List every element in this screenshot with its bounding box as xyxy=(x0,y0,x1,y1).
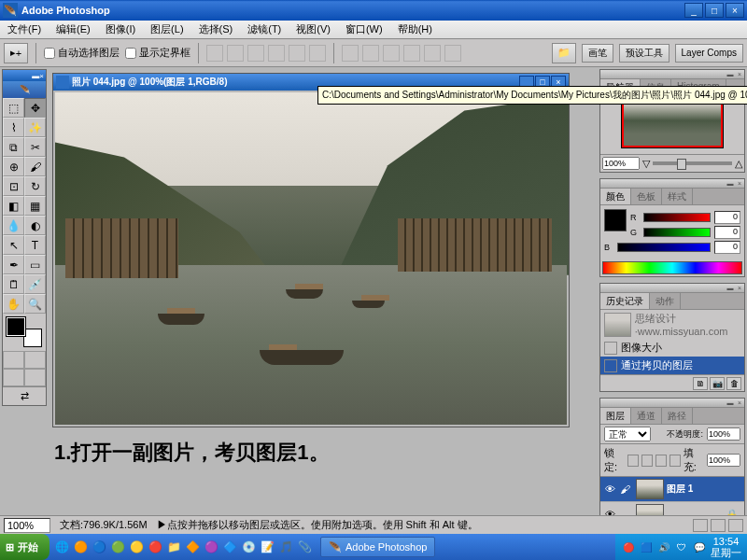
panel-header[interactable]: ▬× xyxy=(600,179,744,189)
spectrum-bar[interactable] xyxy=(602,261,742,274)
ql-icon[interactable]: 🟡 xyxy=(128,538,145,556)
link-icon[interactable]: 🖌 xyxy=(620,483,633,495)
close-button[interactable]: × xyxy=(726,3,744,18)
history-brush-tool[interactable]: ↻ xyxy=(24,176,46,196)
fill-input[interactable] xyxy=(707,454,740,467)
history-step-selected[interactable]: 通过拷贝的图层 xyxy=(600,357,744,374)
gradient-tool[interactable]: ▦ xyxy=(24,196,46,216)
b-slider[interactable] xyxy=(617,243,711,252)
menu-image[interactable]: 图像(I) xyxy=(102,21,139,38)
screen-mode-1[interactable] xyxy=(3,369,24,386)
color-swatches[interactable] xyxy=(5,315,44,349)
tray-icon[interactable]: 🔴 xyxy=(621,539,636,554)
tab-channels[interactable]: 通道 xyxy=(631,408,662,424)
zoom-out-icon[interactable]: ▽ xyxy=(642,158,650,170)
close-icon[interactable]: × xyxy=(735,71,744,78)
pen-tool[interactable]: ✒ xyxy=(3,255,24,274)
status-icon[interactable] xyxy=(693,519,708,532)
wand-tool[interactable]: ✨ xyxy=(24,118,46,137)
opacity-input[interactable] xyxy=(707,427,740,441)
crop-tool[interactable]: ⧉ xyxy=(3,137,24,157)
collapse-icon[interactable]: ▬ xyxy=(32,72,39,80)
close-icon[interactable]: × xyxy=(735,180,744,188)
marquee-tool[interactable]: ⬚ xyxy=(3,98,24,118)
new-doc-icon[interactable]: 🗎 xyxy=(693,377,708,390)
tab-color[interactable]: 颜色 xyxy=(600,189,631,204)
navigator-thumbnail[interactable] xyxy=(621,102,724,148)
zoom-tool[interactable]: 🔍 xyxy=(24,294,46,314)
ql-icon[interactable]: 🟠 xyxy=(72,538,89,556)
ql-icon[interactable]: 🔷 xyxy=(221,538,238,556)
move-tool[interactable]: ✥ xyxy=(24,98,46,118)
zoom-input[interactable] xyxy=(602,157,640,170)
ql-icon[interactable]: 📎 xyxy=(296,538,313,556)
lasso-tool[interactable]: ⌇ xyxy=(3,118,24,137)
ql-icon[interactable]: 💿 xyxy=(240,538,257,556)
lock-pos-icon[interactable] xyxy=(655,455,667,467)
collapse-icon[interactable]: ▬ xyxy=(726,71,735,78)
eraser-tool[interactable]: ◧ xyxy=(3,196,24,216)
tab-actions[interactable]: 动作 xyxy=(650,293,681,309)
zoom-in-icon[interactable]: △ xyxy=(735,158,742,170)
start-button[interactable]: ⊞ 开始 xyxy=(0,534,49,560)
trash-icon[interactable]: 🗑 xyxy=(726,377,741,390)
imageready-icon[interactable]: ⇄ xyxy=(3,386,46,405)
taskbar-item[interactable]: 🪶 Adobe Photoshop xyxy=(320,537,435,557)
tab-paths[interactable]: 路径 xyxy=(662,408,693,424)
auto-select-checkbox[interactable]: 自动选择图层 xyxy=(44,46,120,60)
type-tool[interactable]: T xyxy=(24,235,46,255)
heal-tool[interactable]: ⊕ xyxy=(3,157,24,176)
ql-icon[interactable]: 🔴 xyxy=(147,538,163,556)
lock-trans-icon[interactable] xyxy=(627,455,639,467)
standard-mode[interactable] xyxy=(3,351,24,369)
brush-tool[interactable]: 🖌 xyxy=(24,157,46,176)
path-tool[interactable]: ↖ xyxy=(3,235,24,255)
menu-filter[interactable]: 滤镜(T) xyxy=(244,21,285,38)
zoom-slider[interactable] xyxy=(653,161,732,165)
tray-icon[interactable]: 🛡 xyxy=(674,539,689,554)
shape-tool[interactable]: ▭ xyxy=(24,255,46,274)
ql-icon[interactable]: 🟢 xyxy=(109,538,126,556)
visibility-icon[interactable]: 👁 xyxy=(602,482,617,497)
notes-tool[interactable]: 🗒 xyxy=(3,274,24,294)
tray-icon[interactable]: 🔊 xyxy=(656,539,671,554)
menu-file[interactable]: 文件(F) xyxy=(4,21,45,38)
collapse-icon[interactable]: ▬ xyxy=(726,285,735,292)
ql-icon[interactable]: 🔵 xyxy=(91,538,107,556)
lock-paint-icon[interactable] xyxy=(641,455,653,467)
maximize-button[interactable]: □ xyxy=(705,3,724,18)
menu-edit[interactable]: 编辑(E) xyxy=(52,21,94,38)
ql-icon[interactable]: 🟣 xyxy=(203,538,219,556)
color-preview[interactable] xyxy=(604,209,627,231)
status-zoom[interactable]: 100% xyxy=(4,518,50,533)
history-snapshot[interactable]: 思绪设计·www.missyuan.com xyxy=(600,310,744,339)
tab-history[interactable]: 历史记录 xyxy=(600,293,650,309)
filebrowser-icon[interactable]: 📁 xyxy=(552,43,576,63)
g-value[interactable]: 0 xyxy=(714,226,740,239)
close-icon[interactable]: × xyxy=(39,72,44,80)
ql-icon[interactable]: 🎵 xyxy=(277,538,294,556)
background-color[interactable] xyxy=(23,329,42,347)
blend-mode-select[interactable]: 正常 xyxy=(604,427,651,441)
panel-header[interactable]: ▬× xyxy=(600,70,744,79)
tray-icon[interactable]: 💬 xyxy=(692,539,707,554)
tool-preset-icon[interactable]: ▸+ xyxy=(4,43,28,63)
panel-header[interactable]: ▬× xyxy=(600,284,744,293)
show-bounds-checkbox[interactable]: 显示定界框 xyxy=(125,46,190,60)
r-slider[interactable] xyxy=(643,213,711,222)
tab-swatches[interactable]: 色板 xyxy=(631,189,662,204)
panel-header[interactable]: ▬× xyxy=(600,399,744,408)
status-icon[interactable] xyxy=(728,519,743,532)
dodge-tool[interactable]: ◐ xyxy=(24,216,46,235)
collapse-icon[interactable]: ▬ xyxy=(726,399,735,407)
slice-tool[interactable]: ✂ xyxy=(24,137,46,157)
menu-help[interactable]: 帮助(H) xyxy=(394,21,436,38)
close-icon[interactable]: × xyxy=(735,285,744,292)
history-step[interactable]: 图像大小 xyxy=(600,339,744,357)
screen-mode-2[interactable] xyxy=(24,369,46,386)
toolbox-header[interactable]: ▬× xyxy=(3,70,46,81)
ql-icon[interactable]: 📁 xyxy=(165,538,182,556)
tab-styles[interactable]: 样式 xyxy=(662,189,693,204)
brushes-palette-button[interactable]: 画笔 xyxy=(582,44,613,63)
status-icon[interactable] xyxy=(711,519,726,532)
